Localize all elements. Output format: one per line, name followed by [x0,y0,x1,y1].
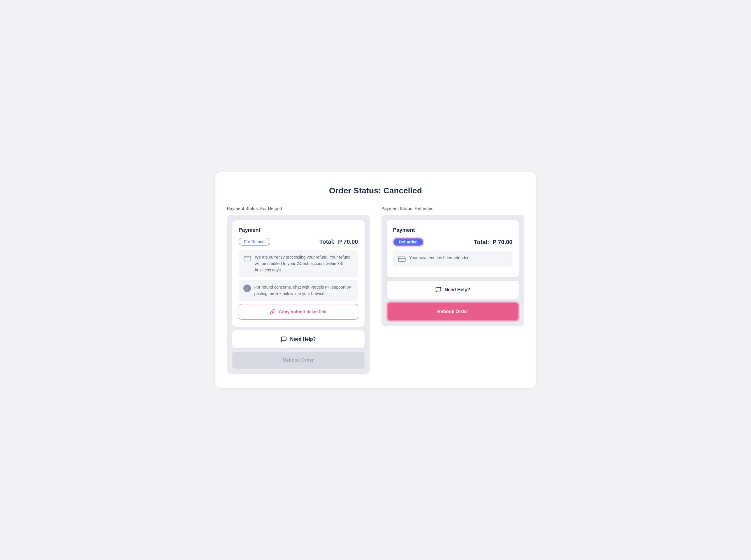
credit-card-icon [243,255,251,263]
left-info-box-processing: We are currently processing your refund.… [239,250,358,277]
page-wrapper: Order Status: Cancelled Payment Status: … [215,172,536,387]
left-need-help-card[interactable]: Need Help? [232,330,365,348]
right-info-refunded-text: Your payment has been refunded. [409,255,471,261]
right-info-box-refunded: Your payment has been refunded. [393,251,513,267]
svg-rect-2 [398,257,405,261]
right-payment-badge: Refunded [393,238,424,246]
right-payment-title: Payment [393,227,513,233]
page-title: Order Status: Cancelled [227,186,524,195]
headset-icon-right [435,286,442,293]
right-need-help-card[interactable]: Need Help? [387,281,519,299]
right-column: Payment Status: Refunded Payment Refunde… [382,206,524,374]
info-circle-icon: i [243,284,251,292]
left-payment-total: Total: P 70.00 [320,239,358,245]
left-payment-status-label: Payment Status: For Refund [227,206,370,211]
left-rebook-order-button: Rebook Order [232,352,365,369]
link-icon [270,309,276,315]
right-rebook-order-button[interactable]: Rebook Order [387,302,519,321]
left-column-container: Payment For Refund Total: P 70.00 [227,215,370,374]
svg-rect-0 [244,256,251,261]
left-need-help-text: Need Help? [290,337,315,342]
right-payment-status-row: Refunded Total: P 70.00 [393,238,513,246]
right-need-help-text: Need Help? [444,287,470,293]
right-payment-status-label: Payment Status: Refunded [382,206,524,211]
right-payment-card: Payment Refunded Total: P 70.00 [387,220,519,277]
left-info-box-help: i For refund concerns, chat with Parcels… [239,280,358,301]
columns-layout: Payment Status: For Refund Payment For R… [227,206,524,374]
left-payment-badge: For Refund [239,238,270,245]
left-info-help-text: For refund concerns, chat with Parcels P… [254,284,353,297]
right-payment-total: Total: P 70.00 [474,239,513,245]
left-info-processing-text: We are currently processing your refund.… [255,254,353,273]
left-payment-card: Payment For Refund Total: P 70.00 [232,220,365,326]
credit-card-icon-right [398,255,406,263]
copy-submit-ticket-link-button[interactable]: Copy submit ticket link [239,304,358,320]
left-column: Payment Status: For Refund Payment For R… [227,206,370,374]
left-payment-title: Payment [239,227,358,233]
headset-icon [281,336,287,342]
right-column-container: Payment Refunded Total: P 70.00 [382,215,524,326]
left-payment-status-row: For Refund Total: P 70.00 [239,238,358,245]
